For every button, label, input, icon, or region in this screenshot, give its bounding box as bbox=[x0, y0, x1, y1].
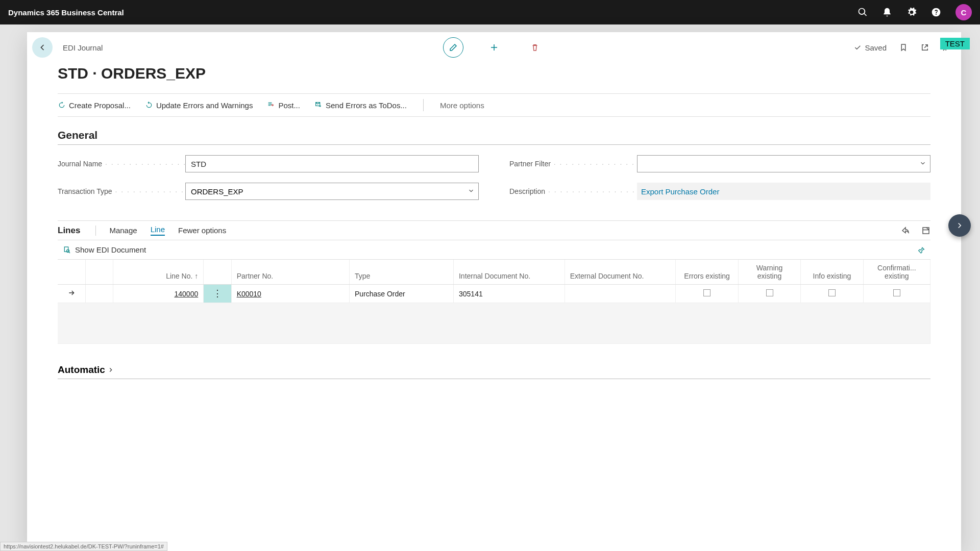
lines-grid: Line No. ↑ Partner No. Type Internal Doc… bbox=[58, 259, 930, 344]
refresh-icon bbox=[145, 101, 153, 109]
back-button[interactable] bbox=[32, 37, 53, 58]
status-bar-url: https://navisiontest2.helukabel.de/DK-TE… bbox=[0, 542, 167, 551]
line-tab[interactable]: Line bbox=[151, 225, 165, 236]
col-partner-no[interactable]: Partner No. bbox=[231, 260, 349, 285]
info-checkbox[interactable] bbox=[828, 289, 836, 296]
col-warning[interactable]: Warning existing bbox=[738, 260, 800, 285]
show-edi-document-action[interactable]: Show EDI Document bbox=[63, 245, 146, 254]
journal-name-label: Journal Name bbox=[58, 160, 185, 168]
description-link[interactable]: Export Purchase Order bbox=[637, 183, 930, 200]
automatic-section-toggle[interactable]: Automatic bbox=[58, 364, 930, 379]
user-avatar[interactable]: C bbox=[955, 4, 972, 20]
header-right: Saved bbox=[853, 43, 951, 52]
card-body: STD · ORDERS_EXP Create Proposal... Upda… bbox=[27, 65, 961, 379]
ribbon-separator bbox=[423, 99, 424, 111]
delete-button[interactable] bbox=[525, 37, 545, 58]
errors-checkbox[interactable] bbox=[703, 289, 710, 296]
grid-empty-space bbox=[58, 303, 930, 344]
share-icon[interactable] bbox=[901, 226, 910, 235]
chevron-right-icon bbox=[107, 366, 114, 373]
refresh-sparkle-icon bbox=[58, 101, 66, 109]
send-todo-icon bbox=[314, 101, 323, 109]
partner-filter-input[interactable] bbox=[637, 155, 930, 172]
partner-no-link[interactable]: K00010 bbox=[237, 290, 261, 298]
page-card: EDI Journal Saved STD · ORDERS_EXP bbox=[27, 32, 961, 551]
new-button[interactable] bbox=[484, 37, 504, 58]
col-confirmation[interactable]: Confirmati... existing bbox=[863, 260, 930, 285]
external-doc-cell bbox=[565, 285, 676, 303]
general-form: Journal Name Partner Filter Transaction … bbox=[58, 155, 930, 200]
col-internal-doc[interactable]: Internal Document No. bbox=[453, 260, 565, 285]
saved-indicator: Saved bbox=[853, 43, 887, 52]
update-errors-action[interactable]: Update Errors and Warnings bbox=[145, 101, 253, 110]
col-line-no[interactable]: Line No. ↑ bbox=[113, 260, 204, 285]
popout-icon[interactable] bbox=[920, 43, 929, 52]
transaction-type-label: Transaction Type bbox=[58, 187, 185, 195]
internal-doc-cell: 305141 bbox=[453, 285, 565, 303]
warning-checkbox[interactable] bbox=[766, 289, 773, 296]
lines-toolbar: Lines Manage Line Fewer options bbox=[58, 220, 930, 240]
post-icon bbox=[267, 101, 275, 109]
show-edi-doc-row: Show EDI Document bbox=[58, 240, 930, 259]
card-header: EDI Journal Saved bbox=[27, 32, 961, 63]
more-options[interactable]: More options bbox=[440, 101, 484, 110]
description-label: Description bbox=[509, 187, 637, 195]
lines-title: Lines bbox=[58, 226, 96, 236]
expand-grid-icon[interactable] bbox=[921, 226, 930, 235]
page-title: STD · ORDERS_EXP bbox=[58, 65, 930, 82]
table-header-row: Line No. ↑ Partner No. Type Internal Doc… bbox=[58, 260, 930, 285]
col-errors[interactable]: Errors existing bbox=[676, 260, 738, 285]
create-proposal-action[interactable]: Create Proposal... bbox=[58, 101, 131, 110]
col-type[interactable]: Type bbox=[349, 260, 453, 285]
post-action[interactable]: Post... bbox=[267, 101, 300, 110]
journal-name-input[interactable] bbox=[185, 155, 479, 172]
search-icon[interactable] bbox=[857, 7, 868, 17]
product-name: Dynamics 365 Business Central bbox=[8, 8, 124, 17]
header-center-actions bbox=[443, 37, 545, 58]
confirmation-checkbox[interactable] bbox=[893, 289, 900, 296]
partner-filter-label: Partner Filter bbox=[509, 160, 637, 168]
line-no-link[interactable]: 140000 bbox=[174, 290, 198, 298]
action-ribbon: Create Proposal... Update Errors and War… bbox=[58, 93, 930, 117]
gear-icon[interactable] bbox=[906, 7, 917, 17]
bookmark-icon[interactable] bbox=[899, 43, 908, 52]
row-menu-button[interactable]: ⋮ bbox=[204, 285, 231, 303]
breadcrumb[interactable]: EDI Journal bbox=[63, 43, 103, 52]
table-row[interactable]: 140000 ⋮ K00010 Purchase Order 305141 bbox=[58, 285, 930, 303]
vertical-dots-icon: ⋮ bbox=[213, 288, 222, 298]
help-icon[interactable] bbox=[931, 7, 941, 17]
fewer-options-tab[interactable]: Fewer options bbox=[178, 226, 226, 235]
row-selector-icon[interactable] bbox=[58, 285, 85, 303]
edit-button[interactable] bbox=[443, 37, 463, 58]
send-todos-action[interactable]: Send Errors as ToDos... bbox=[314, 101, 407, 110]
next-record-button[interactable] bbox=[948, 214, 971, 237]
col-info[interactable]: Info existing bbox=[801, 260, 863, 285]
general-section-title: General bbox=[58, 129, 930, 145]
environment-badge: TEST bbox=[940, 38, 970, 49]
manage-tab[interactable]: Manage bbox=[109, 226, 137, 235]
document-search-icon bbox=[63, 246, 71, 254]
pin-icon[interactable] bbox=[917, 246, 925, 254]
bell-icon[interactable] bbox=[882, 7, 892, 17]
saved-label: Saved bbox=[865, 43, 887, 52]
global-topbar: Dynamics 365 Business Central C bbox=[0, 0, 980, 24]
type-cell: Purchase Order bbox=[349, 285, 453, 303]
col-external-doc[interactable]: External Document No. bbox=[565, 260, 676, 285]
transaction-type-input[interactable] bbox=[185, 183, 479, 200]
topbar-actions: C bbox=[857, 4, 972, 20]
